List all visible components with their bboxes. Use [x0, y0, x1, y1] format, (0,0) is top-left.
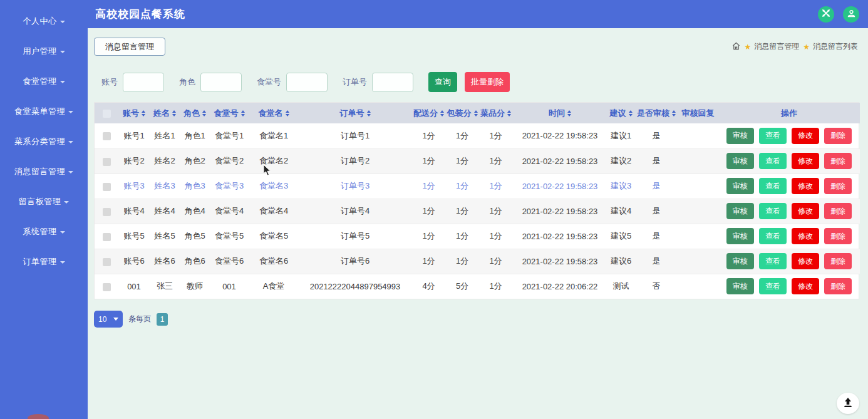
search-field-角色: 角色 [179, 73, 257, 92]
row-action-审核[interactable]: 审核 [726, 203, 754, 219]
sort-desc-icon [286, 114, 289, 116]
table-cell: 角色3 [180, 173, 210, 199]
sidebar-item-订单管理[interactable]: 订单管理 [0, 247, 88, 277]
search-input-角色[interactable] [200, 73, 242, 92]
row-checkbox[interactable] [103, 233, 111, 241]
row-checkbox[interactable] [103, 132, 111, 140]
breadcrumb-item[interactable]: ★消息留言列表 [803, 41, 858, 52]
table-cell: 食堂号1 [210, 123, 249, 148]
tab-message-management[interactable]: 消息留言管理 [94, 38, 165, 56]
row-action-查看[interactable]: 查看 [759, 178, 787, 194]
row-checkbox[interactable] [103, 208, 111, 216]
row-checkbox[interactable] [103, 158, 111, 166]
page-size-select[interactable]: 10 [94, 311, 123, 328]
row-action-删除[interactable]: 删除 [824, 128, 852, 144]
sort-icon[interactable] [367, 110, 371, 116]
sidebar-item-用户管理[interactable]: 用户管理 [0, 36, 88, 66]
sidebar-item-留言板管理[interactable]: 留言板管理 [0, 187, 88, 217]
search-input-账号[interactable] [123, 73, 164, 92]
breadcrumb-item[interactable]: ★消息留言管理 [744, 41, 799, 52]
sort-icon[interactable] [440, 110, 444, 116]
home-icon[interactable] [732, 42, 740, 52]
sort-icon[interactable] [172, 110, 176, 116]
row-action-修改[interactable]: 修改 [792, 228, 819, 244]
sort-icon[interactable] [629, 110, 633, 116]
sort-icon[interactable] [286, 110, 289, 116]
column-header-账号[interactable]: 账号 [118, 103, 150, 123]
column-header-食堂名[interactable]: 食堂名 [249, 103, 299, 123]
sidebar-item-系统管理[interactable]: 系统管理 [0, 217, 88, 247]
sort-asc-icon [202, 110, 206, 113]
batch-delete-button[interactable]: 批量删除 [465, 72, 510, 92]
table-row: 账号6姓名6角色6食堂号6食堂名6订单号61分1分1分2021-02-22 19… [95, 249, 860, 274]
tab-bar: 消息留言管理 ★消息留言管理★消息留言列表 [88, 28, 868, 56]
column-header-包装分[interactable]: 包装分 [446, 103, 478, 123]
search-input-订单号[interactable] [372, 73, 413, 92]
column-header-label: 配送分 [413, 108, 438, 118]
table-cell: 食堂名4 [249, 199, 299, 224]
row-action-删除[interactable]: 删除 [824, 203, 852, 219]
sort-icon[interactable] [567, 110, 571, 116]
column-header-配送分[interactable]: 配送分 [411, 103, 446, 123]
sort-icon[interactable] [507, 110, 511, 116]
row-action-修改[interactable]: 修改 [792, 153, 819, 169]
sidebar-item-食堂管理[interactable]: 食堂管理 [0, 66, 88, 96]
row-action-审核[interactable]: 审核 [726, 253, 754, 269]
row-action-删除[interactable]: 删除 [824, 178, 852, 194]
column-header-订单号[interactable]: 订单号 [299, 103, 411, 123]
row-action-查看[interactable]: 查看 [759, 228, 787, 244]
column-header-食堂号[interactable]: 食堂号 [210, 103, 249, 123]
row-action-查看[interactable]: 查看 [759, 278, 787, 294]
breadcrumb: ★消息留言管理★消息留言列表 [732, 41, 858, 52]
back-to-top-button[interactable] [837, 393, 859, 414]
search-input-食堂号[interactable] [286, 73, 328, 92]
row-action-审核[interactable]: 审核 [726, 128, 754, 144]
column-header-菜品分[interactable]: 菜品分 [478, 103, 513, 123]
row-checkbox[interactable] [103, 283, 111, 291]
page-number-badge[interactable]: 1 [157, 313, 168, 326]
sidebar-item-个人中心[interactable]: 个人中心 [0, 6, 88, 36]
sort-icon[interactable] [474, 110, 478, 116]
sort-icon[interactable] [241, 110, 245, 116]
row-action-修改[interactable]: 修改 [792, 203, 819, 219]
row-action-删除[interactable]: 删除 [824, 278, 852, 294]
table-cell: 1分 [478, 249, 513, 274]
row-action-查看[interactable]: 查看 [759, 153, 787, 169]
user-profile-button[interactable] [843, 6, 859, 23]
column-header-label: 食堂名 [259, 108, 283, 118]
row-action-审核[interactable]: 审核 [726, 228, 754, 244]
sidebar-item-食堂菜单管理[interactable]: 食堂菜单管理 [0, 96, 88, 127]
row-action-审核[interactable]: 审核 [726, 153, 754, 169]
query-button[interactable]: 查询 [428, 72, 457, 92]
sidebar-item-菜系分类管理[interactable]: 菜系分类管理 [0, 127, 88, 157]
sort-icon[interactable] [672, 110, 676, 116]
row-action-审核[interactable]: 审核 [726, 278, 754, 294]
table-cell: 是 [635, 224, 678, 249]
search-field-账号: 账号 [101, 73, 179, 92]
sort-icon[interactable] [142, 110, 145, 116]
select-all-checkbox[interactable] [103, 110, 111, 118]
row-action-查看[interactable]: 查看 [759, 203, 787, 219]
row-action-修改[interactable]: 修改 [792, 128, 819, 144]
row-action-删除[interactable]: 删除 [824, 153, 852, 169]
sidebar-item-消息留言管理[interactable]: 消息留言管理 [0, 157, 88, 187]
column-header-时间[interactable]: 时间 [513, 103, 607, 123]
column-header-是否审核[interactable]: 是否审核 [635, 103, 678, 123]
row-action-修改[interactable]: 修改 [792, 278, 819, 294]
row-action-查看[interactable]: 查看 [759, 253, 787, 269]
column-header-角色[interactable]: 角色 [180, 103, 210, 123]
row-action-审核[interactable]: 审核 [726, 178, 754, 194]
row-action-修改[interactable]: 修改 [792, 178, 819, 194]
row-action-删除[interactable]: 删除 [824, 228, 852, 244]
row-action-删除[interactable]: 删除 [824, 253, 852, 269]
sort-desc-icon [567, 114, 571, 116]
table-cell: 角色5 [180, 224, 210, 249]
row-action-修改[interactable]: 修改 [792, 253, 819, 269]
fullscreen-button[interactable] [818, 6, 834, 23]
column-header-建议[interactable]: 建议 [607, 103, 635, 123]
row-checkbox[interactable] [103, 258, 111, 266]
column-header-姓名[interactable]: 姓名 [150, 103, 180, 123]
row-checkbox[interactable] [103, 183, 111, 191]
sort-icon[interactable] [202, 110, 206, 116]
row-action-查看[interactable]: 查看 [759, 128, 787, 144]
